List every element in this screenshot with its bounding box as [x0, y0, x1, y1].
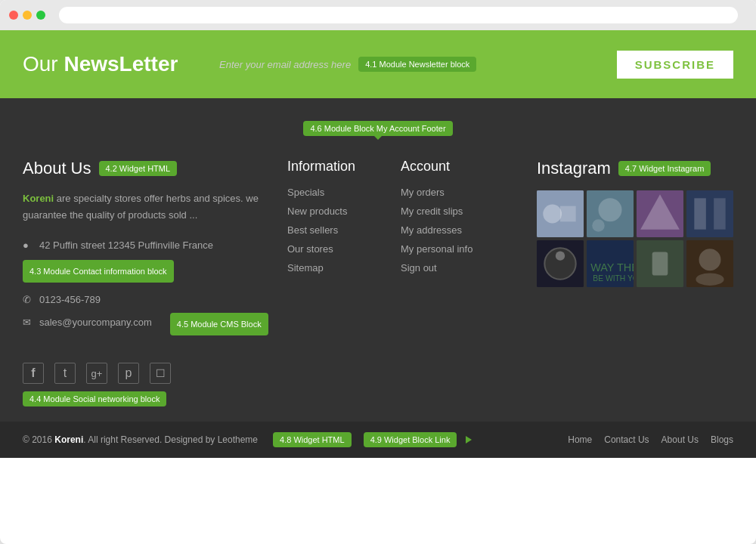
instagram-title-text: Instagram	[537, 159, 611, 178]
browser-dot-yellow[interactable]	[23, 11, 32, 20]
contact-email-row: ✉ sales@yourcompany.com 4.5 Module CMS B…	[23, 313, 272, 335]
block-link-badge: 4.9 Widget Block Link	[364, 432, 457, 447]
email-text: sales@yourcompany.com	[39, 313, 152, 332]
social-networking-badge-row: 4.4 Module Social networking block	[23, 391, 272, 406]
browser-dot-green[interactable]	[36, 11, 45, 20]
info-link-specials[interactable]: Specials	[287, 187, 386, 198]
instagram-grid: WAY THE FORCE BE WITH YOU	[537, 190, 733, 287]
svg-rect-8	[686, 190, 733, 237]
svg-point-20	[699, 249, 721, 270]
account-link-addresses[interactable]: My addresses	[401, 224, 522, 236]
phone-icon: ✆	[23, 290, 33, 310]
address-text: 42 Puffin street 12345 Puffinville Franc…	[39, 240, 213, 251]
footer-bottom: © 2016 Koreni. All right Reserved. Desig…	[0, 422, 756, 458]
social-icons-section: f t g+ p ☐	[23, 351, 272, 384]
pinterest-link[interactable]: p	[118, 363, 139, 384]
svg-point-21	[696, 273, 723, 286]
footer-nav-contact[interactable]: Contact Us	[604, 434, 649, 445]
about-description: Koreni are specialty stores offer herbs …	[23, 190, 272, 224]
newsletter-title: Our NewsLetter	[23, 52, 219, 76]
footer-brand: Koreni	[54, 434, 83, 445]
col-account: Account My orders My credit slips My add…	[401, 159, 522, 406]
browser-bar	[0, 0, 756, 30]
insta-photo-6[interactable]: WAY THE FORCE BE WITH YOU	[587, 240, 634, 287]
footer-copyright: © 2016 Koreni. All right Reserved. Desig…	[23, 434, 258, 445]
svg-rect-9	[694, 198, 706, 229]
info-link-our-stores[interactable]: Our stores	[287, 243, 386, 255]
info-link-best-sellers[interactable]: Best sellers	[287, 224, 386, 236]
social-networking-badge: 4.4 Module Social networking block	[23, 391, 166, 406]
browser-urlbar[interactable]	[59, 7, 738, 23]
subscribe-button[interactable]: SUBSCRIBE	[617, 51, 733, 79]
info-link-sitemap[interactable]: Sitemap	[287, 262, 386, 274]
insta-photo-1[interactable]	[537, 190, 584, 237]
svg-point-13	[556, 251, 565, 260]
newsletter-block-badge: 4.1 Module Newsletter block	[358, 57, 476, 72]
account-link-credit-slips[interactable]: My credit slips	[401, 206, 522, 217]
footer-nav-home[interactable]: Home	[568, 434, 592, 445]
insta-photo-2[interactable]	[587, 190, 634, 237]
footer-nav-about[interactable]: About Us	[662, 434, 699, 445]
footer-nav-blogs[interactable]: Blogs	[711, 434, 733, 445]
browser-dot-red[interactable]	[9, 11, 18, 20]
account-links: My orders My credit slips My addresses M…	[401, 187, 522, 274]
account-link-personal-info[interactable]: My personal info	[401, 243, 522, 255]
svg-rect-18	[652, 252, 668, 276]
about-widget-badge: 4.2 Widget HTML	[99, 161, 178, 176]
svg-rect-2	[560, 206, 576, 222]
svg-text:WAY THE FORCE: WAY THE FORCE	[590, 261, 634, 274]
account-link-sign-out[interactable]: Sign out	[401, 262, 522, 274]
contact-address-row: ● 42 Puffin street 12345 Puffinville Fra…	[23, 236, 272, 255]
about-title-text: About Us	[23, 159, 91, 178]
information-links: Specials New products Best sellers Our s…	[287, 187, 386, 274]
information-title: Information	[287, 159, 386, 175]
html-widget-bottom-badge: 4.8 Widget HTML	[273, 432, 352, 447]
contact-address: 42 Puffin street 12345 Puffinville Franc…	[39, 236, 213, 255]
account-footer-badge: 4.6 Module Block My Account Footer	[303, 121, 452, 136]
info-link-new-products[interactable]: New products	[287, 206, 386, 217]
cms-block-badge: 4.5 Module CMS Block	[170, 313, 268, 335]
account-title: Account	[401, 159, 522, 175]
footer-columns: About Us 4.2 Widget HTML Koreni are spec…	[23, 159, 733, 406]
location-icon: ●	[23, 236, 33, 255]
footer-nav: Home Contact Us About Us Blogs	[568, 434, 733, 445]
insta-photo-5[interactable]	[537, 240, 584, 287]
insta-photo-3[interactable]	[637, 190, 683, 237]
twitter-link[interactable]: t	[54, 363, 76, 384]
account-footer-badge-wrapper: 4.6 Module Block My Account Footer	[23, 121, 733, 136]
contact-badge-row: 4.3 Module Contact information block	[23, 260, 272, 283]
col-information: Information Specials New products Best s…	[287, 159, 386, 406]
svg-point-4	[599, 198, 622, 221]
about-brand: Koreni	[23, 193, 54, 204]
footer-main: 4.6 Module Block My Account Footer About…	[0, 98, 756, 422]
newsletter-input-area: Enter your email address here 4.1 Module…	[219, 57, 617, 72]
newsletter-title-bold: NewsLetter	[64, 52, 178, 76]
contact-block-badge: 4.3 Module Contact information block	[23, 260, 174, 283]
about-title: About Us 4.2 Widget HTML	[23, 159, 272, 178]
contact-info: ● 42 Puffin street 12345 Puffinville Fra…	[23, 236, 272, 335]
svg-text:BE WITH YOU: BE WITH YOU	[593, 274, 634, 283]
footer-rights: . All right Reserved. Designed by Leothe…	[83, 434, 258, 445]
phone-text: 0123-456-789	[39, 290, 101, 310]
facebook-link[interactable]: f	[23, 363, 44, 384]
newsletter-section: Our NewsLetter Enter your email address …	[0, 30, 756, 98]
insta-photo-4[interactable]	[686, 190, 733, 237]
insta-photo-7[interactable]	[637, 240, 683, 287]
browser-window: Our NewsLetter Enter your email address …	[0, 0, 756, 544]
svg-point-1	[543, 205, 562, 224]
email-icon: ✉	[23, 313, 33, 332]
svg-rect-10	[714, 198, 726, 229]
instagram-widget-badge: 4.7 Widget Instagram	[618, 161, 711, 176]
col-instagram: Instagram 4.7 Widget Instagram	[537, 159, 733, 406]
newsletter-input-placeholder: Enter your email address here	[219, 59, 351, 70]
svg-point-5	[592, 219, 605, 232]
contact-phone-row: ✆ 0123-456-789	[23, 290, 272, 310]
copyright-symbol: © 2016	[23, 434, 54, 445]
account-link-orders[interactable]: My orders	[401, 187, 522, 198]
instagram-title: Instagram 4.7 Widget Instagram	[537, 159, 733, 178]
insta-photo-8[interactable]	[686, 240, 733, 287]
google-plus-link[interactable]: g+	[86, 363, 107, 384]
arrow-icon	[466, 436, 472, 444]
instagram-social-link[interactable]: ☐	[150, 363, 171, 384]
col-about: About Us 4.2 Widget HTML Koreni are spec…	[23, 159, 272, 406]
